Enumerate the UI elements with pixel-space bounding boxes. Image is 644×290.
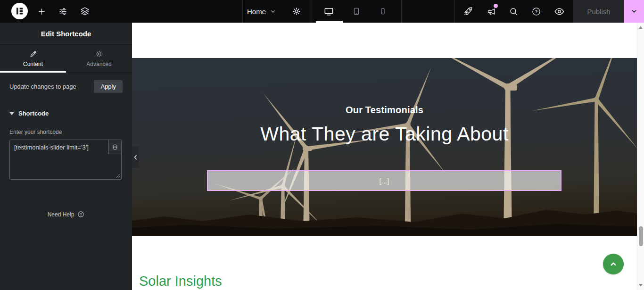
- preview-button[interactable]: [553, 0, 565, 23]
- checklist-button[interactable]: [462, 0, 474, 23]
- search-icon: [509, 7, 519, 17]
- document-switcher[interactable]: Home: [247, 0, 276, 23]
- device-desktop-button[interactable]: [322, 0, 335, 23]
- shortcode-widget-placeholder: [...]: [380, 177, 389, 185]
- editor-panel: Edit Shortcode Content Advanced: [0, 23, 132, 290]
- panel-body: Update changes to page Apply Shortcode E…: [0, 73, 132, 218]
- scroll-to-top-button[interactable]: [603, 254, 624, 274]
- panel-collapse-button[interactable]: [132, 146, 139, 168]
- checklist-rocket-icon: [463, 6, 473, 17]
- scroll-top-icon: [608, 258, 619, 270]
- elementor-menu-button[interactable]: [11, 3, 28, 19]
- tab-content-label: Content: [23, 61, 43, 67]
- finder-button[interactable]: [508, 0, 519, 23]
- publish-options-button[interactable]: [624, 0, 644, 23]
- tab-advanced[interactable]: Advanced: [66, 45, 132, 73]
- device-mobile-button[interactable]: [378, 0, 388, 23]
- topbar-divider: [242, 0, 243, 23]
- document-title: Home: [247, 8, 266, 16]
- tablet-icon: [352, 7, 361, 16]
- shortcode-section-title: Shortcode: [18, 110, 49, 117]
- notification-dot: [494, 4, 498, 8]
- topbar-divider: [454, 0, 455, 23]
- site-settings-button[interactable]: [57, 0, 68, 23]
- elementor-editor: Home: [0, 0, 644, 290]
- need-help-icon: ?: [77, 211, 84, 218]
- testimonials-heading: What They are Taking About: [132, 123, 637, 145]
- page-settings-icon: [292, 7, 301, 16]
- document-dropdown-icon: [270, 8, 276, 15]
- svg-text:?: ?: [80, 212, 83, 216]
- dynamic-tags-button[interactable]: [108, 140, 121, 154]
- selected-shortcode-widget[interactable]: [...]: [207, 170, 561, 191]
- panel-tabs: Content Advanced: [0, 45, 132, 73]
- scrollbar-thumb[interactable]: [639, 226, 643, 246]
- mobile-icon: [379, 7, 387, 16]
- apply-button[interactable]: Apply: [94, 80, 123, 93]
- panel-header: Edit Shortcode: [0, 23, 132, 45]
- update-changes-label: Update changes to page: [9, 83, 76, 90]
- canvas-scrollbar[interactable]: [637, 23, 644, 290]
- advanced-tab-gear-icon: [95, 50, 103, 58]
- active-tab-indicator: [0, 71, 66, 73]
- shortcode-field-wrapper: [testimonials-slider limit='3']: [9, 140, 122, 180]
- testimonials-eyebrow: Our Testimonials: [132, 105, 637, 116]
- content-tab-pencil-icon: [29, 50, 37, 58]
- update-changes-row: Update changes to page Apply: [9, 80, 123, 93]
- tab-content[interactable]: Content: [0, 45, 66, 73]
- publish-button[interactable]: Publish: [573, 0, 624, 23]
- need-help-label: Need Help: [48, 211, 74, 218]
- shortcode-section-toggle[interactable]: Shortcode: [9, 110, 123, 117]
- shortcode-field-label: Enter your shortcode: [9, 129, 123, 135]
- testimonials-section[interactable]: Our Testimonials What They are Taking Ab…: [132, 58, 637, 236]
- wind-turbines-photo: [132, 58, 637, 236]
- topbar-divider: [312, 0, 312, 23]
- panel-collapse-icon: [133, 154, 138, 160]
- panel-title: Edit Shortcode: [41, 30, 91, 38]
- topbar-divider: [401, 0, 402, 23]
- scrollbar-down-icon[interactable]: [639, 284, 643, 287]
- scrollbar-up-icon[interactable]: [639, 26, 643, 29]
- resize-handle[interactable]: [116, 174, 120, 178]
- tab-advanced-label: Advanced: [86, 61, 111, 67]
- preview-canvas: Our Testimonials What They are Taking Ab…: [132, 23, 637, 290]
- svg-text:?: ?: [535, 9, 537, 14]
- help-button[interactable]: ?: [530, 0, 542, 23]
- add-element-button[interactable]: [36, 0, 47, 23]
- structure-icon: [80, 6, 90, 17]
- section-caret-icon: [9, 112, 14, 115]
- desktop-icon: [323, 6, 334, 17]
- add-element-icon: [37, 7, 47, 17]
- publish-label: Publish: [587, 8, 610, 16]
- dynamic-tags-database-icon: [112, 144, 118, 150]
- site-settings-icon: [58, 7, 68, 17]
- page-settings-button[interactable]: [291, 0, 302, 23]
- help-icon: ?: [531, 7, 541, 17]
- solar-insights-heading: Solar Insights: [139, 273, 222, 289]
- elementor-logo: [11, 3, 28, 19]
- preview-eye-icon: [554, 6, 565, 17]
- shortcode-input[interactable]: [testimonials-slider limit='3']: [10, 140, 121, 179]
- need-help-link[interactable]: Need Help ?: [9, 211, 123, 218]
- structure-button[interactable]: [79, 0, 91, 23]
- top-bar: Home: [0, 0, 644, 23]
- device-tablet-button[interactable]: [351, 0, 362, 23]
- publish-options-icon: [630, 7, 638, 16]
